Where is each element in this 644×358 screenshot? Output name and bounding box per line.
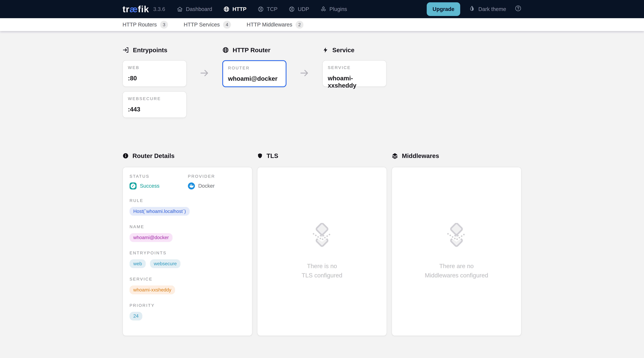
- router-card-value: whoami@docker: [228, 75, 281, 82]
- provider-label: PROVIDER: [188, 174, 215, 179]
- dark-theme-toggle[interactable]: Dark theme: [469, 6, 506, 13]
- logo-text: fik: [138, 4, 149, 14]
- right-arrow-icon: [300, 68, 310, 118]
- nav-item-label: Dashboard: [186, 6, 212, 12]
- upgrade-button[interactable]: Upgrade: [427, 2, 460, 16]
- nav-item-dashboard[interactable]: Dashboard: [177, 6, 212, 12]
- tab-label: HTTP Routers: [122, 22, 157, 28]
- tls-empty-message: There is no TLS configured: [302, 261, 342, 280]
- nav-item-label: UDP: [298, 6, 309, 12]
- entrypoints-label: ENTRYPOINTS: [130, 251, 246, 255]
- tab-count-badge: 3: [160, 21, 168, 29]
- section-title: Entrypoints: [133, 46, 168, 54]
- rule-badge: Host(`whoami.localhost`): [130, 207, 190, 216]
- service-card-value: whoami-xxsheddy: [328, 75, 381, 89]
- logo-ae: æ: [130, 4, 138, 14]
- shield-icon: [257, 153, 263, 159]
- nav-item-http[interactable]: HTTP: [223, 6, 246, 12]
- top-navigation-bar: træfik 3.3.6 Dashboard HTTP TCP: [0, 0, 644, 18]
- entrypoint-card-label: WEBSECURE: [128, 96, 181, 101]
- globe-icon: [222, 47, 229, 53]
- logo-text: tr: [122, 4, 130, 14]
- nav-item-label: HTTP: [232, 6, 246, 12]
- status-label: STATUS: [130, 174, 188, 179]
- priority-label: PRIORITY: [130, 303, 246, 308]
- contrast-droplet-icon: [469, 6, 475, 13]
- dark-theme-label: Dark theme: [478, 6, 506, 12]
- tab-label: HTTP Services: [184, 22, 220, 28]
- middlewares-empty-card: There are no Middlewares configured: [392, 167, 522, 336]
- entrypoints-section-header: Entrypoints: [122, 46, 187, 54]
- entrypoint-card-web[interactable]: WEB :80: [122, 60, 187, 87]
- tab-http-middlewares[interactable]: HTTP Middlewares 2: [247, 21, 304, 29]
- section-title: Router Details: [132, 152, 174, 159]
- log-in-icon: [122, 47, 129, 53]
- section-title: Service: [332, 46, 354, 54]
- empty-message-line: TLS configured: [302, 272, 342, 279]
- service-section-header: Service: [322, 46, 386, 54]
- layers-icon: [392, 152, 398, 159]
- nav-item-label: TCP: [267, 6, 278, 12]
- name-label: NAME: [130, 224, 246, 229]
- router-card[interactable]: ROUTER whoami@docker: [222, 60, 286, 87]
- right-arrow-icon: [200, 68, 210, 118]
- lightning-bolt-icon: [322, 47, 328, 53]
- entrypoint-card-label: WEB: [128, 65, 181, 70]
- main-content: Entrypoints HTTP Router Service WEB :80 …: [122, 31, 522, 357]
- priority-badge: 24: [130, 312, 142, 321]
- router-card-label: ROUTER: [228, 66, 281, 70]
- tls-empty-card: There is no TLS configured: [257, 167, 387, 336]
- docker-icon: [188, 183, 195, 190]
- entrypoint-card-websecure[interactable]: WEBSECURE :443: [122, 91, 187, 118]
- nav-item-tcp[interactable]: TCP: [258, 6, 278, 12]
- routing-flow: Entrypoints HTTP Router Service WEB :80 …: [122, 46, 522, 118]
- globe-icon: [223, 6, 230, 12]
- middlewares-empty-message: There are no Middlewares configured: [425, 261, 488, 280]
- router-details-card: STATUS ✓ Success PROVIDER Docker: [122, 167, 252, 336]
- section-title: TLS: [266, 152, 278, 159]
- service-card-label: SERVICE: [328, 65, 381, 70]
- empty-layers-icon: [310, 223, 334, 251]
- nav-item-udp[interactable]: UDP: [289, 6, 309, 12]
- empty-message-line: Middlewares configured: [425, 272, 488, 279]
- tls-column: TLS There is no TLS configured: [257, 152, 387, 336]
- empty-message-line: There are no: [439, 263, 474, 269]
- tab-http-routers[interactable]: HTTP Routers 3: [122, 21, 168, 29]
- help-button[interactable]: [515, 5, 522, 13]
- entrypoint-badge: websecure: [150, 259, 180, 268]
- section-title: Middlewares: [402, 152, 439, 159]
- info-circle-icon: [122, 153, 129, 159]
- tab-label: HTTP Middlewares: [247, 22, 292, 28]
- service-card[interactable]: SERVICE whoami-xxsheddy: [322, 60, 386, 87]
- main-nav-menu: Dashboard HTTP TCP UDP: [177, 6, 347, 12]
- question-circle-icon: [515, 5, 522, 13]
- ball-icon: [289, 6, 295, 12]
- empty-layers-icon: [444, 223, 468, 251]
- ball-icon: [258, 6, 264, 12]
- nav-item-label: Plugins: [330, 6, 347, 12]
- tab-http-services[interactable]: HTTP Services 4: [184, 21, 231, 29]
- empty-message-line: There is no: [307, 263, 337, 269]
- http-router-section-header: HTTP Router: [222, 46, 286, 54]
- cubes-icon: [320, 6, 326, 12]
- details-row: Router Details STATUS ✓ Success PROVIDER: [122, 152, 522, 357]
- tab-count-badge: 4: [223, 21, 231, 29]
- entrypoint-badge: web: [130, 259, 146, 268]
- status-value: Success: [140, 183, 160, 189]
- version-label: 3.3.6: [153, 6, 165, 12]
- tab-count-badge: 2: [296, 21, 304, 29]
- middlewares-column: Middlewares There are no Middlewares con…: [392, 152, 522, 336]
- section-tabbar: HTTP Routers 3 HTTP Services 4 HTTP Midd…: [0, 18, 644, 31]
- router-details-column: Router Details STATUS ✓ Success PROVIDER: [122, 152, 252, 336]
- service-badge: whoami-xxsheddy: [130, 285, 175, 294]
- rule-label: RULE: [130, 198, 246, 203]
- middlewares-header: Middlewares: [392, 152, 522, 159]
- home-icon: [177, 6, 183, 12]
- traefik-logo[interactable]: træfik: [122, 4, 149, 14]
- router-name-badge: whoami@docker: [130, 233, 172, 242]
- entrypoint-card-value: :443: [128, 106, 181, 113]
- provider-value: Docker: [198, 183, 214, 189]
- entrypoint-card-value: :80: [128, 75, 181, 82]
- nav-item-plugins[interactable]: Plugins: [320, 6, 347, 12]
- tls-header: TLS: [257, 152, 387, 159]
